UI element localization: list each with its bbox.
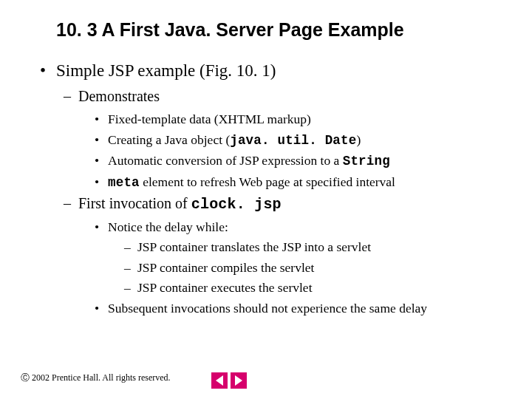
text: Demonstrates: [78, 88, 160, 104]
triangle-left-icon: [216, 375, 223, 386]
slide-title: 10. 3 A First Java. Server Page Example: [56, 19, 505, 41]
text: Fixed-template data (XHTML markup): [108, 112, 311, 126]
bullet-l4: JSP container executes the servlet: [124, 279, 505, 297]
text: JSP container compiles the servlet: [137, 260, 314, 275]
code-text: String: [343, 154, 390, 168]
bullet-l3: Automatic conversion of JSP expression t…: [95, 152, 505, 171]
text: ): [356, 132, 361, 147]
bullet-l3: Notice the delay while:: [95, 219, 505, 236]
text: Subsequent invocations should not experi…: [108, 301, 427, 316]
text: element to refresh Web page at specified…: [140, 174, 395, 189]
bullet-list: Simple JSP example (Fig. 10. 1) Demonstr…: [27, 61, 505, 318]
text: Creating a Java object (: [108, 132, 230, 147]
bullet-l2: Demonstrates: [64, 88, 505, 105]
text: First invocation of: [78, 195, 191, 211]
triangle-right-icon: [235, 375, 242, 386]
slide-nav: [211, 372, 247, 389]
text: Simple JSP example (Fig. 10. 1): [56, 61, 276, 80]
text: JSP container translates the JSP into a …: [137, 239, 371, 254]
bullet-l4: JSP container translates the JSP into a …: [124, 239, 505, 256]
bullet-l4: JSP container compiles the servlet: [124, 259, 505, 277]
code-text: meta: [108, 175, 140, 190]
bullet-l3: Fixed-template data (XHTML markup): [95, 111, 505, 129]
prev-slide-button[interactable]: [211, 372, 228, 389]
copyright-footer: 2002 Prentice Hall. All rights reserved.: [21, 372, 171, 384]
bullet-l1: Simple JSP example (Fig. 10. 1): [40, 61, 505, 81]
slide: 10. 3 A First Java. Server Page Example …: [0, 0, 532, 318]
text: JSP container executes the servlet: [137, 280, 313, 295]
bullet-l3: Creating a Java object (java. util. Date…: [95, 132, 505, 150]
bullet-l3: meta element to refresh Web page at spec…: [95, 174, 505, 192]
code-text: clock. jsp: [191, 196, 282, 213]
bullet-l2: First invocation of clock. jsp: [64, 195, 505, 213]
text: Notice the delay while:: [108, 219, 228, 234]
bullet-l3: Subsequent invocations should not experi…: [95, 300, 505, 318]
next-slide-button[interactable]: [231, 372, 247, 389]
copyright-icon: [21, 372, 30, 384]
code-text: java. util. Date: [230, 133, 356, 148]
text: Automatic conversion of JSP expression t…: [108, 153, 343, 168]
copyright-text: 2002 Prentice Hall. All rights reserved.: [32, 372, 171, 383]
